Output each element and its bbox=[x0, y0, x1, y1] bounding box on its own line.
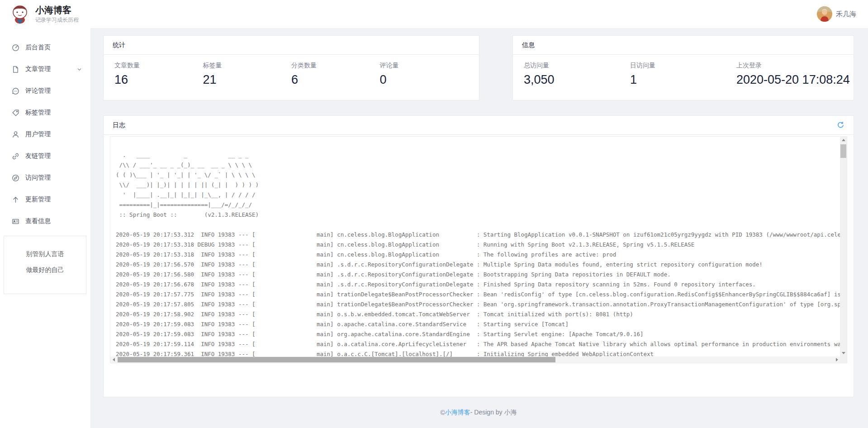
log-banner-line: ' |____| .__|_| |_|_| |_\__, | / / / / bbox=[116, 190, 840, 200]
sidebar-item-links[interactable]: 友链管理 bbox=[0, 145, 90, 167]
idcard-icon bbox=[12, 218, 19, 225]
stat-label: 标签量 bbox=[203, 62, 292, 70]
stat-value: 0 bbox=[380, 73, 469, 87]
app-title: 小海博客 bbox=[35, 5, 79, 15]
stat-articles: 文章数量 16 bbox=[114, 62, 203, 87]
sidebar-item-comments[interactable]: 评论管理 bbox=[0, 80, 90, 102]
log-banner-line: =========|_|==============|___/=/_/_/_/ bbox=[116, 200, 840, 210]
horizontal-scrollbar[interactable] bbox=[110, 357, 840, 363]
stat-comments: 评论量 0 bbox=[380, 62, 469, 87]
log-banner-line: . ____ _ __ _ _ bbox=[116, 150, 840, 160]
sidebar-item-label: 文章管理 bbox=[25, 65, 51, 73]
stat-tags: 标签量 21 bbox=[203, 62, 292, 87]
sidebar: 后台首页 文章管理 bbox=[0, 28, 91, 428]
log-line: 2020-05-19 20:17:56.678 INFO 19383 --- [… bbox=[116, 280, 840, 290]
sidebar-item-users[interactable]: 用户管理 bbox=[0, 124, 90, 145]
stats-card-title: 统计 bbox=[104, 36, 479, 55]
quote-line-1: 别管别人言语 bbox=[4, 250, 86, 258]
sidebar-item-updates[interactable]: 更新管理 bbox=[0, 189, 90, 210]
stat-value: 1 bbox=[630, 73, 736, 87]
scroll-up-arrow[interactable] bbox=[840, 137, 847, 143]
page: 小海博客 记录学习成长历程 禾几海 bbox=[0, 0, 868, 428]
log-line: 2020-05-19 20:17:59.083 INFO 19383 --- [… bbox=[116, 329, 840, 339]
sidebar-item-label: 用户管理 bbox=[25, 130, 51, 138]
quote-line-2: 做最好的自己 bbox=[4, 266, 86, 274]
log-output: . ____ _ __ _ _ /\\ / ___'_ __ _ _(_)_ _… bbox=[110, 137, 840, 357]
log-line: 2020-05-19 20:17:59.083 INFO 19383 --- [… bbox=[116, 319, 840, 329]
stat-value: 21 bbox=[203, 73, 292, 87]
user-menu[interactable]: 禾几海 bbox=[817, 6, 856, 22]
chevron-down-icon bbox=[76, 67, 82, 72]
info-card: 信息 总访问量 3,050 日访问量 1 上次登录 2020-05-20 17: bbox=[512, 35, 854, 100]
sidebar-item-visits[interactable]: 访问管理 bbox=[0, 167, 90, 189]
footer-suffix: - Design by 小海 bbox=[470, 409, 517, 417]
scroll-left-arrow[interactable] bbox=[110, 357, 117, 363]
page-footer: © 小海博客 - Design by 小海 bbox=[103, 397, 854, 428]
user-avatar[interactable] bbox=[817, 6, 832, 22]
stat-label: 分类数量 bbox=[291, 62, 380, 70]
log-banner-line: ( ( )\___ | '_ | '_| | '_ \/ _` | \ \ \ … bbox=[116, 170, 840, 180]
log-line: 2020-05-19 20:17:59.361 INFO 19383 --- [… bbox=[116, 349, 840, 357]
log-line: 2020-05-19 20:17:57.805 INFO 19383 --- [… bbox=[116, 300, 840, 309]
stat-value: 6 bbox=[291, 73, 380, 87]
log-line: 2020-05-19 20:17:56.580 INFO 19383 --- [… bbox=[116, 270, 840, 280]
scroll-down-arrow[interactable] bbox=[840, 350, 847, 357]
sidebar-item-label: 更新管理 bbox=[25, 195, 51, 204]
refresh-icon[interactable] bbox=[836, 121, 844, 129]
stat-label: 上次登录 bbox=[736, 62, 843, 70]
sidebar-item-dashboard[interactable]: 后台首页 bbox=[0, 37, 90, 58]
vertical-scroll-thumb[interactable] bbox=[840, 144, 846, 158]
log-line: 2020-05-19 20:17:56.570 INFO 19383 --- [… bbox=[116, 260, 840, 270]
log-banner-line: /\\ / ___'_ __ _ _(_)_ __ __ _ \ \ \ \ bbox=[116, 160, 840, 170]
sidebar-item-label: 标签管理 bbox=[25, 109, 51, 117]
log-line: 2020-05-19 20:17:53.312 INFO 19383 --- [… bbox=[116, 230, 840, 240]
visit-icon bbox=[12, 174, 19, 182]
comment-icon bbox=[12, 87, 19, 95]
stat-label: 评论量 bbox=[380, 62, 469, 70]
log-line bbox=[116, 220, 840, 230]
stat-value: 16 bbox=[114, 73, 203, 87]
log-line: 2020-05-19 20:17:59.114 INFO 19383 --- [… bbox=[116, 339, 840, 349]
stat-value: 3,050 bbox=[524, 73, 630, 87]
vertical-scrollbar[interactable] bbox=[840, 137, 847, 357]
horizontal-scroll-thumb[interactable] bbox=[118, 357, 555, 362]
top-header: 小海博客 记录学习成长历程 禾几海 bbox=[0, 0, 868, 28]
dashboard-icon bbox=[12, 44, 19, 52]
sidebar-item-label: 友链管理 bbox=[25, 152, 51, 160]
article-icon bbox=[12, 66, 19, 73]
log-line: 2020-05-19 20:17:57.775 INFO 19383 --- [… bbox=[116, 290, 840, 300]
stat-label: 总访问量 bbox=[524, 62, 630, 70]
app-subtitle: 记录学习成长历程 bbox=[35, 16, 79, 24]
stat-categories: 分类数量 6 bbox=[291, 62, 380, 87]
sidebar-item-view-info[interactable]: 查看信息 bbox=[0, 210, 90, 232]
sidebar-item-label: 后台首页 bbox=[25, 43, 51, 52]
stats-card: 统计 文章数量 16 标签量 21 分类数量 6 bbox=[103, 35, 479, 100]
log-line: 2020-05-19 20:17:53.318 DEBUG 19383 --- … bbox=[116, 240, 840, 250]
log-viewport: . ____ _ __ _ _ /\\ / ___'_ __ _ _(_)_ _… bbox=[110, 136, 847, 363]
scroll-right-arrow[interactable] bbox=[834, 357, 840, 363]
copyright-symbol: © bbox=[440, 409, 445, 416]
scrollbar-corner bbox=[840, 357, 847, 363]
stat-last-login: 上次登录 2020-05-20 17:08:24 bbox=[736, 62, 843, 87]
arrow-up-icon bbox=[12, 196, 19, 204]
sidebar-item-label: 访问管理 bbox=[25, 174, 51, 182]
log-line bbox=[116, 140, 840, 150]
stat-label: 文章数量 bbox=[114, 62, 203, 70]
log-line: 2020-05-19 20:17:58.902 INFO 19383 --- [… bbox=[116, 309, 840, 319]
user-icon bbox=[12, 131, 19, 138]
sidebar-quote-box: 别管别人言语 做最好的自己 bbox=[4, 236, 86, 294]
stat-daily-visits: 日访问量 1 bbox=[630, 62, 736, 87]
sidebar-item-articles[interactable]: 文章管理 bbox=[0, 58, 90, 80]
info-card-title: 信息 bbox=[513, 36, 854, 55]
log-card: 日志 . ____ _ __ _ _ /\\ / ___'_ bbox=[103, 115, 854, 397]
stat-label: 日访问量 bbox=[630, 62, 736, 70]
link-icon bbox=[12, 152, 19, 160]
title-block: 小海博客 记录学习成长历程 bbox=[35, 5, 79, 24]
tag-icon bbox=[12, 109, 19, 117]
log-card-title: 日志 bbox=[113, 121, 125, 129]
sidebar-item-tags[interactable]: 标签管理 bbox=[0, 102, 90, 124]
username[interactable]: 禾几海 bbox=[836, 10, 856, 19]
sidebar-item-label: 查看信息 bbox=[25, 217, 51, 225]
sidebar-item-label: 评论管理 bbox=[25, 87, 51, 95]
footer-brand-link[interactable]: 小海博客 bbox=[445, 409, 470, 417]
